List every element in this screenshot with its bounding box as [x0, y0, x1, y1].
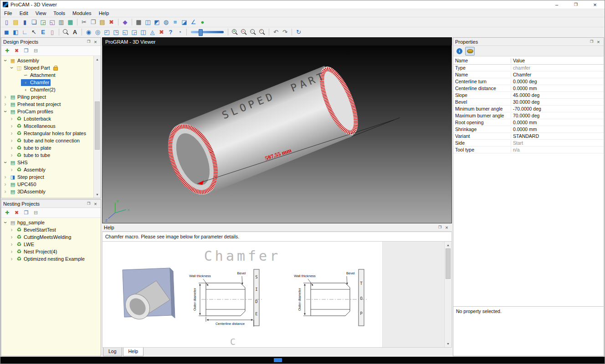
tree-item-chamfer[interactable]: Chamfer	[1, 79, 93, 86]
restore-button[interactable]	[566, 0, 585, 9]
view-front-button[interactable]: ◰	[103, 28, 111, 36]
tree-item-sloped-part[interactable]: Sloped Part	[1, 64, 93, 71]
tree-item-preheat-test-project[interactable]: Preheat test project	[1, 101, 93, 108]
measure-angle-button[interactable]: ∠	[189, 18, 198, 26]
find-button[interactable]	[62, 28, 70, 36]
tree-item-upc450[interactable]: UPC450	[1, 181, 93, 188]
scroll-up-button[interactable]: ▲	[94, 56, 101, 63]
float-panel-icon[interactable]	[85, 39, 92, 45]
close-panel-icon[interactable]	[443, 224, 450, 230]
close-panel-icon[interactable]	[92, 39, 99, 45]
tree-chevron-icon[interactable]	[9, 152, 15, 159]
property-row-tool-type[interactable]: Tool typen/a	[453, 147, 604, 153]
tree-chevron-icon[interactable]	[2, 57, 8, 64]
tree-item-procam-profiles[interactable]: ProCam profiles	[1, 108, 93, 115]
copy-button[interactable]: ❐	[89, 18, 97, 26]
delete-button[interactable]: ✖	[107, 18, 116, 26]
property-row-variant[interactable]: VariantSTANDARD	[453, 133, 604, 140]
close-button[interactable]	[585, 0, 605, 9]
tree-chevron-icon[interactable]	[2, 181, 8, 188]
render-quality-button[interactable]: ●	[198, 18, 207, 26]
tree-item-rectangular-holes-for-plates[interactable]: Rectangular holes for plates	[1, 130, 93, 137]
previous-view-button[interactable]: ↶	[272, 28, 280, 36]
tree-item-tube-and-hole-connection[interactable]: tube and hole connection	[1, 137, 93, 144]
refresh-view-button[interactable]: ↻	[294, 28, 303, 36]
tree-item-lwe[interactable]: LWE	[1, 241, 101, 248]
scroll-track[interactable]	[94, 63, 101, 191]
tree-chevron-icon[interactable]	[9, 255, 15, 263]
view-help-button[interactable]: ?	[166, 28, 175, 36]
tree-item-piling-project[interactable]: Piling project	[1, 93, 93, 101]
text-style-button[interactable]: A	[71, 28, 79, 36]
design-add-button[interactable]: ✚	[3, 47, 11, 55]
view-back-button[interactable]: ◳	[112, 28, 120, 36]
tree-item-3dassembly[interactable]: 3DAssembly	[1, 188, 93, 195]
tree-item-lobsterback[interactable]: Lobsterback	[1, 115, 93, 122]
tree-item-tube-to-plate[interactable]: tube to plate	[1, 144, 93, 152]
nesting-delete-button[interactable]: ✖	[12, 209, 21, 217]
tree-chevron-icon[interactable]	[2, 101, 8, 108]
zoom-fit-button[interactable]: *	[258, 28, 267, 36]
export-button[interactable]: ◱	[48, 18, 56, 26]
tree-item-nest-project-4[interactable]: Nest Project(4)	[1, 248, 101, 255]
tree-chevron-icon[interactable]	[2, 188, 8, 195]
design-collapse-button[interactable]: ⊟	[31, 47, 40, 55]
taskbar-app-icon[interactable]	[274, 358, 282, 362]
tree-chevron-icon[interactable]	[9, 248, 15, 255]
statistics-button[interactable]: ◪	[180, 18, 189, 26]
minimize-button[interactable]	[547, 0, 566, 9]
next-view-button[interactable]: ↷	[281, 28, 289, 36]
show-marks-button[interactable]: ◎	[93, 28, 102, 36]
close-panel-icon[interactable]	[92, 201, 99, 207]
slider-handle-icon[interactable]	[199, 29, 203, 36]
nesting-collapse-button[interactable]: ⊟	[31, 209, 40, 217]
paste-button[interactable]: ▤	[98, 18, 107, 26]
tree-chevron-icon[interactable]	[9, 241, 15, 248]
view-right-button[interactable]: ◲	[130, 28, 138, 36]
float-panel-icon[interactable]	[85, 201, 92, 207]
menu-help[interactable]: Help	[95, 10, 113, 16]
tab-log[interactable]: Log	[103, 348, 122, 356]
float-panel-icon[interactable]	[436, 224, 443, 230]
scroll-track[interactable]	[445, 248, 451, 340]
data-table-button[interactable]: ▦	[134, 18, 143, 26]
taskbar[interactable]	[0, 357, 605, 364]
cut-button[interactable]: ✂	[80, 18, 88, 26]
view-top-button[interactable]: ◫	[139, 28, 148, 36]
render-options-button[interactable]: ◍	[162, 18, 170, 26]
tree-chevron-icon[interactable]	[9, 137, 15, 144]
tree-item-optimized-nesting-example[interactable]: Optimized nesting Example	[1, 255, 101, 263]
viewport-3d[interactable]: SLOPED PART 597.55 mm X Y Z	[102, 46, 452, 223]
scroll-down-button[interactable]: ▼	[94, 191, 101, 198]
zoom-window-button[interactable]: ▫	[249, 28, 257, 36]
scroll-thumb[interactable]	[95, 101, 100, 150]
annotations-button[interactable]: ▯	[48, 28, 56, 36]
solid-edges-view-button[interactable]: ◧	[11, 28, 20, 36]
tree-chevron-icon[interactable]	[2, 173, 8, 181]
tree-item-tube-to-tube[interactable]: tube to tube	[1, 152, 93, 159]
tree-chevron-icon[interactable]	[2, 108, 8, 115]
nesting-duplicate-button[interactable]: ❐	[22, 209, 31, 217]
import-button[interactable]: ◲	[39, 18, 47, 26]
view-info-button[interactable]: ◔	[175, 28, 184, 36]
menu-edit[interactable]: Edit	[16, 10, 32, 16]
wireframe-view-button[interactable]: ∟	[21, 28, 29, 36]
design-duplicate-button[interactable]: ❐	[22, 47, 31, 55]
tree-chevron-icon[interactable]	[9, 166, 15, 173]
property-row-bevel[interactable]: Bevel30.0000 deg	[453, 99, 604, 106]
property-row-maximum-burner-angle[interactable]: Maximum burner angle70.0000 deg	[453, 112, 604, 119]
property-row-centerline-turn[interactable]: Centerline turn0.0000 deg	[453, 78, 604, 85]
tree-item-assembly[interactable]: Assembly	[1, 57, 93, 64]
tree-item-cuttingmeetswelding[interactable]: CuttingMeetsWelding	[1, 233, 101, 241]
property-row-root-opening[interactable]: Root opening0.0000 mm	[453, 119, 604, 126]
nesting-add-button[interactable]: ✚	[3, 209, 11, 217]
cylinder-part[interactable]: SLOPED PART	[159, 62, 365, 202]
property-row-name[interactable]: NameChamfer	[453, 71, 604, 78]
tree-item-chamfer-2[interactable]: Chamfer(2)	[1, 86, 93, 93]
tree-chevron-icon[interactable]	[2, 219, 8, 226]
tree-chevron-icon[interactable]	[9, 144, 15, 152]
help-scrollbar[interactable]: ▲ ▼	[444, 242, 451, 347]
3d-scene[interactable]: SLOPED PART 597.55 mm X Y Z	[103, 46, 451, 223]
tree-chevron-icon[interactable]	[9, 233, 15, 241]
select-tool-button[interactable]: ↖	[30, 28, 38, 36]
